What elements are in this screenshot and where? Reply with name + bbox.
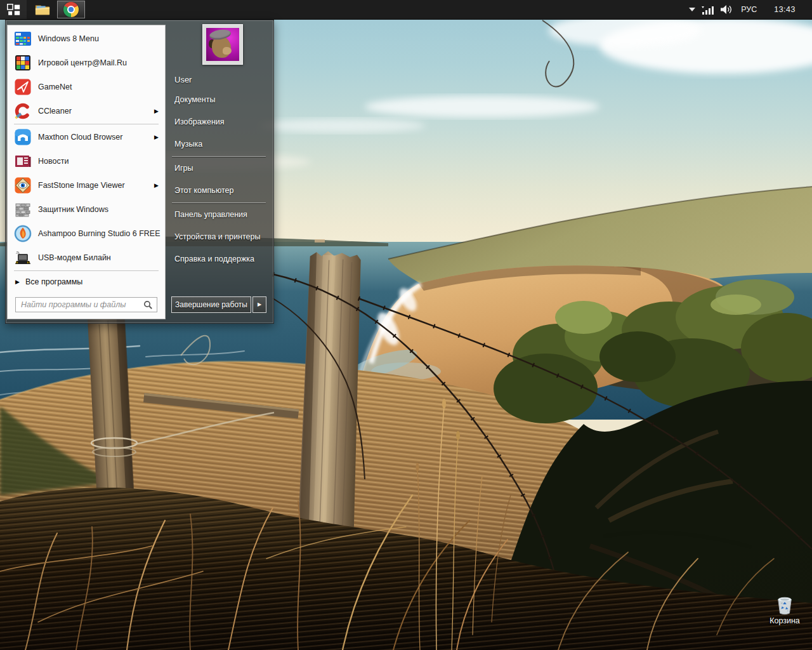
- all-programs-arrow-icon: ▶: [15, 279, 20, 285]
- shutdown-button[interactable]: Завершение работы: [171, 296, 251, 313]
- language-indicator[interactable]: РУС: [741, 5, 757, 14]
- speaker-icon: [721, 4, 733, 15]
- waves: [0, 346, 284, 395]
- network-signal-icon: [702, 5, 714, 15]
- menu-separator: [14, 270, 159, 271]
- menu-item-mailru-game-center[interactable]: Игровой центр@Mail.Ru: [8, 51, 165, 75]
- beach: [344, 265, 726, 399]
- menu-item-faststone[interactable]: FastStone Image Viewer ▶: [8, 173, 165, 197]
- maxthon-icon: [14, 128, 32, 146]
- start-menu-programs-panel: Windows 8 Menu Игровой центр@Mail.Ru: [7, 25, 166, 319]
- folder-icon: [35, 3, 50, 17]
- grass-blades: [0, 399, 774, 650]
- user-name-label[interactable]: User: [174, 75, 192, 84]
- submenu-arrow-icon: ▶: [154, 182, 161, 189]
- link-pictures[interactable]: Изображения: [166, 111, 272, 133]
- menu-item-label: Ashampoo Burning Studio 6 FREE: [38, 229, 160, 238]
- menu-separator: [172, 202, 266, 203]
- link-devices-and-printers[interactable]: Устройства и принтеры: [166, 226, 272, 248]
- menu-item-gamenet[interactable]: GameNet: [8, 75, 165, 99]
- menu-item-ashampoo[interactable]: Ashampoo Burning Studio 6 FREE: [8, 222, 165, 246]
- submenu-arrow-icon: ▶: [154, 134, 161, 140]
- faststone-icon: [14, 176, 32, 194]
- beeline-modem-icon: [14, 249, 32, 267]
- menu-item-news[interactable]: Новости: [8, 149, 165, 173]
- start-button[interactable]: [0, 0, 27, 19]
- menu-item-label: Maxthon Cloud Browser: [38, 133, 122, 142]
- menu-item-label: GameNet: [38, 83, 72, 91]
- menu-item-ccleaner[interactable]: CCleaner ▶: [8, 99, 165, 123]
- search-icon: [143, 300, 153, 310]
- menu-separator: [172, 156, 266, 157]
- user-avatar-photo: [206, 28, 239, 61]
- start-search-box: [15, 297, 157, 312]
- rubik-cube-icon: [14, 54, 32, 72]
- menu-item-windows8-menu[interactable]: Windows 8 Menu: [8, 27, 165, 51]
- ccleaner-icon: [14, 102, 32, 120]
- dune: [0, 362, 634, 650]
- show-hidden-icons-button[interactable]: [689, 8, 695, 11]
- volume-tray-button[interactable]: [721, 4, 733, 15]
- system-tray: РУС 13:43: [683, 0, 812, 19]
- windows8-menu-icon: [14, 30, 32, 48]
- network-tray-button[interactable]: [702, 5, 714, 15]
- menu-item-label: Защитник Windows: [38, 205, 108, 214]
- menu-item-label: Windows 8 Menu: [38, 34, 99, 43]
- menu-item-label: FastStone Image Viewer: [38, 181, 125, 190]
- shutdown-options-arrow[interactable]: ▶: [252, 296, 266, 313]
- desktop: Корзина: [0, 0, 812, 650]
- link-control-panel[interactable]: Панель управления: [166, 204, 272, 226]
- fence-left: [88, 315, 299, 593]
- chrome-taskbar-button[interactable]: [57, 1, 85, 18]
- link-help-and-support[interactable]: Справка и поддержка: [166, 248, 272, 270]
- menu-item-label: Игровой центр@Mail.Ru: [38, 58, 127, 67]
- caret-down-icon: [689, 8, 695, 11]
- menu-item-label: CCleaner: [38, 107, 72, 116]
- file-explorer-taskbar-button[interactable]: [32, 0, 53, 19]
- menu-item-windows-defender[interactable]: Защитник Windows: [8, 197, 165, 222]
- chrome-icon: [63, 2, 79, 17]
- menu-item-label: Новости: [38, 157, 69, 166]
- all-programs-label: Все программы: [25, 277, 82, 286]
- link-this-pc[interactable]: Этот компьютер: [166, 180, 272, 202]
- user-avatar[interactable]: [202, 24, 243, 65]
- start-metro-icon: [6, 2, 21, 17]
- link-documents[interactable]: Документы: [166, 89, 272, 111]
- menu-item-beeline-modem[interactable]: USB-модем Билайн: [8, 246, 165, 270]
- foreground-grass: [0, 488, 812, 650]
- search-input[interactable]: [20, 300, 143, 310]
- headland: [388, 187, 812, 397]
- menu-item-label: USB-модем Билайн: [38, 253, 111, 262]
- start-menu-places-panel: User Документы Изображения Музыка Игры Э…: [166, 20, 273, 323]
- gamenet-icon: [14, 78, 32, 96]
- ashampoo-icon: [14, 225, 32, 242]
- fence-main-post: [267, 249, 398, 554]
- menu-separator: [14, 124, 159, 124]
- barbed-wire: [273, 20, 812, 641]
- recycle-bin-desktop-icon[interactable]: Корзина: [760, 595, 809, 625]
- submenu-arrow-icon: ▶: [154, 108, 161, 114]
- news-icon: [14, 152, 32, 170]
- clock[interactable]: 13:43: [774, 5, 796, 14]
- recycle-bin-label: Корзина: [760, 616, 809, 625]
- all-programs-button[interactable]: ▶ Все программы: [8, 274, 165, 289]
- windows-defender-icon: [14, 201, 32, 218]
- link-music[interactable]: Музыка: [166, 133, 272, 156]
- shrubs: [494, 279, 812, 423]
- taskbar: РУС 13:43: [0, 0, 812, 20]
- link-games[interactable]: Игры: [166, 157, 272, 180]
- start-menu: Windows 8 Menu Игровой центр@Mail.Ru: [5, 20, 274, 324]
- recycle-bin-icon: [776, 595, 794, 615]
- menu-item-maxthon[interactable]: Maxthon Cloud Browser ▶: [8, 125, 165, 149]
